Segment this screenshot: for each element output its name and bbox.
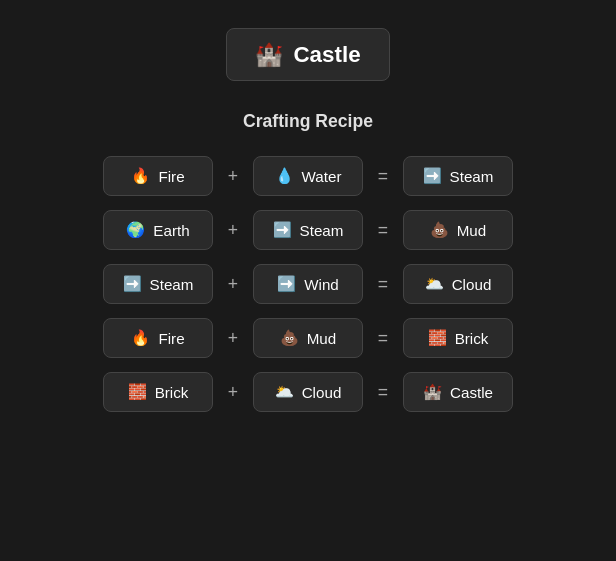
input1-3-badge: 🔥Fire xyxy=(103,318,213,358)
operator: = xyxy=(375,166,391,187)
input1-3-icon: 🔥 xyxy=(131,329,150,347)
operator: + xyxy=(225,274,241,295)
output-2-icon: 🌥️ xyxy=(425,275,444,293)
operator: + xyxy=(225,382,241,403)
input2-0-badge: 💧Water xyxy=(253,156,363,196)
input1-3-label: Fire xyxy=(158,330,184,347)
input2-4-badge: 🌥️Cloud xyxy=(253,372,363,412)
output-3-icon: 🧱 xyxy=(428,329,447,347)
input2-2-label: Wind xyxy=(304,276,339,293)
input1-2-icon: ➡️ xyxy=(123,275,142,293)
output-2-label: Cloud xyxy=(452,276,492,293)
input2-1-label: Steam xyxy=(300,222,344,239)
input1-1-label: Earth xyxy=(153,222,189,239)
output-3-label: Brick xyxy=(455,330,489,347)
recipe-row: ➡️Steam+➡️Wind=🌥️Cloud xyxy=(103,264,513,304)
output-0-badge: ➡️Steam xyxy=(403,156,513,196)
output-4-badge: 🏰Castle xyxy=(403,372,513,412)
input1-2-badge: ➡️Steam xyxy=(103,264,213,304)
input2-2-badge: ➡️Wind xyxy=(253,264,363,304)
input1-1-badge: 🌍Earth xyxy=(103,210,213,250)
title-text: Castle xyxy=(293,42,360,68)
operator: = xyxy=(375,328,391,349)
title-badge: 🏰 Castle xyxy=(226,28,389,81)
output-1-icon: 💩 xyxy=(430,221,449,239)
operator: = xyxy=(375,274,391,295)
input2-1-icon: ➡️ xyxy=(273,221,292,239)
output-0-icon: ➡️ xyxy=(423,167,442,185)
output-1-badge: 💩Mud xyxy=(403,210,513,250)
input1-4-label: Brick xyxy=(155,384,189,401)
recipe-row: 🌍Earth+➡️Steam=💩Mud xyxy=(103,210,513,250)
output-0-label: Steam xyxy=(450,168,494,185)
output-1-label: Mud xyxy=(457,222,487,239)
input1-0-badge: 🔥Fire xyxy=(103,156,213,196)
recipe-row: 🧱Brick+🌥️Cloud=🏰Castle xyxy=(103,372,513,412)
input1-2-label: Steam xyxy=(150,276,194,293)
operator: = xyxy=(375,382,391,403)
operator: + xyxy=(225,166,241,187)
input2-3-badge: 💩Mud xyxy=(253,318,363,358)
input2-1-badge: ➡️Steam xyxy=(253,210,363,250)
input2-4-icon: 🌥️ xyxy=(275,383,294,401)
recipe-row: 🔥Fire+💧Water=➡️Steam xyxy=(103,156,513,196)
input2-0-icon: 💧 xyxy=(275,167,294,185)
output-3-badge: 🧱Brick xyxy=(403,318,513,358)
operator: = xyxy=(375,220,391,241)
output-4-label: Castle xyxy=(450,384,493,401)
input1-4-icon: 🧱 xyxy=(128,383,147,401)
input2-3-icon: 💩 xyxy=(280,329,299,347)
operator: + xyxy=(225,328,241,349)
section-title: Crafting Recipe xyxy=(243,111,373,132)
input2-2-icon: ➡️ xyxy=(277,275,296,293)
recipe-row: 🔥Fire+💩Mud=🧱Brick xyxy=(103,318,513,358)
input1-4-badge: 🧱Brick xyxy=(103,372,213,412)
recipe-container: 🔥Fire+💧Water=➡️Steam🌍Earth+➡️Steam=💩Mud➡… xyxy=(20,156,596,412)
input2-4-label: Cloud xyxy=(302,384,342,401)
input2-0-label: Water xyxy=(302,168,342,185)
output-2-badge: 🌥️Cloud xyxy=(403,264,513,304)
output-4-icon: 🏰 xyxy=(423,383,442,401)
input1-0-label: Fire xyxy=(158,168,184,185)
operator: + xyxy=(225,220,241,241)
input2-3-label: Mud xyxy=(307,330,337,347)
title-icon: 🏰 xyxy=(255,41,283,68)
input1-0-icon: 🔥 xyxy=(131,167,150,185)
input1-1-icon: 🌍 xyxy=(126,221,145,239)
